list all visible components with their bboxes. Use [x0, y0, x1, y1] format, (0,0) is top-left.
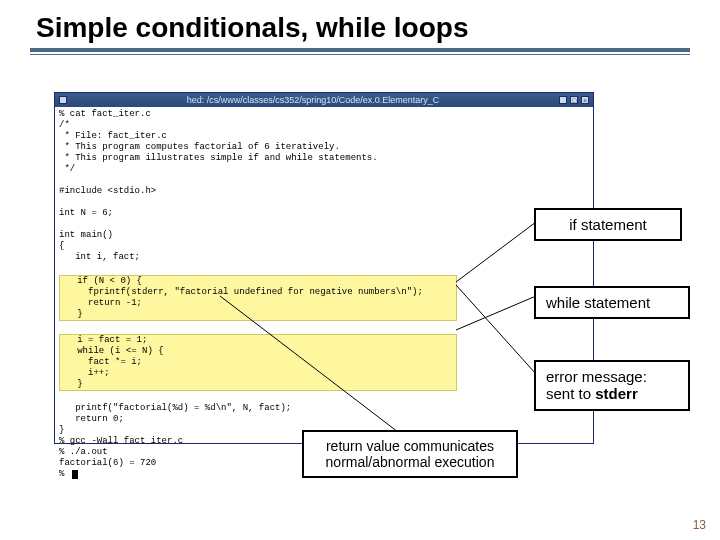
callout-return-value: return value communicates normal/abnorma…: [302, 430, 518, 478]
code-line: /*: [59, 120, 589, 131]
code-line: [59, 175, 589, 186]
cursor-icon: [72, 470, 78, 479]
callout-line: sent to stderr: [546, 385, 678, 402]
code-line: }: [61, 379, 455, 390]
close-icon: ×: [581, 96, 589, 104]
code-line: % cat fact_iter.c: [59, 109, 589, 120]
callout-line: error message:: [546, 368, 678, 385]
code-line: int N = 6;: [59, 208, 589, 219]
page-number: 13: [693, 518, 706, 532]
code-line: }: [61, 309, 455, 320]
maximize-icon: □: [570, 96, 578, 104]
code-line: return -1;: [61, 298, 455, 309]
highlighted-if-block: if (N < 0) { fprintf(stderr, "factorial …: [59, 275, 457, 321]
callout-line: normal/abnormal execution: [314, 454, 506, 470]
code-line: #include <stdio.h>: [59, 186, 589, 197]
slide-title: Simple conditionals, while loops: [0, 0, 720, 48]
code-line: while (i <= N) {: [61, 346, 455, 357]
callout-error-message: error message:sent to stderr: [534, 360, 690, 411]
terminal-window: hed: /cs/www/classes/cs352/spring10/Code…: [54, 92, 594, 444]
code-line: int main(): [59, 230, 589, 241]
callout-while-statement: while statement: [534, 286, 690, 319]
code-line: fprintf(stderr, "factorial undefined for…: [61, 287, 455, 298]
code-line: * This program computes factorial of 6 i…: [59, 142, 589, 153]
code-line: * This program illustrates simple if and…: [59, 153, 589, 164]
window-menu-icon: [59, 96, 67, 104]
title-rule: [30, 48, 690, 55]
code-line: i = fact = 1;: [61, 335, 455, 346]
terminal-body: % cat fact_iter.c/* * File: fact_iter.c …: [55, 107, 593, 443]
code-line: printf("factorial(%d) = %d\n", N, fact);: [59, 403, 589, 414]
code-line: [59, 263, 589, 274]
code-line: [59, 322, 589, 333]
highlighted-while-block: i = fact = 1; while (i <= N) { fact *= i…: [59, 334, 457, 391]
code-line: return 0;: [59, 414, 589, 425]
terminal-titlebar: hed: /cs/www/classes/cs352/spring10/Code…: [55, 93, 593, 107]
code-line: fact *= i;: [61, 357, 455, 368]
code-line: */: [59, 164, 589, 175]
minimize-icon: _: [559, 96, 567, 104]
code-line: [59, 392, 589, 403]
code-line: if (N < 0) {: [61, 276, 455, 287]
code-line: int i, fact;: [59, 252, 589, 263]
callout-line: return value communicates: [314, 438, 506, 454]
code-line: [59, 219, 589, 230]
terminal-title-text: hed: /cs/www/classes/cs352/spring10/Code…: [67, 95, 559, 106]
callout-if-statement: if statement: [534, 208, 682, 241]
code-line: * File: fact_iter.c: [59, 131, 589, 142]
code-line: {: [59, 241, 589, 252]
code-line: i++;: [61, 368, 455, 379]
code-line: [59, 197, 589, 208]
